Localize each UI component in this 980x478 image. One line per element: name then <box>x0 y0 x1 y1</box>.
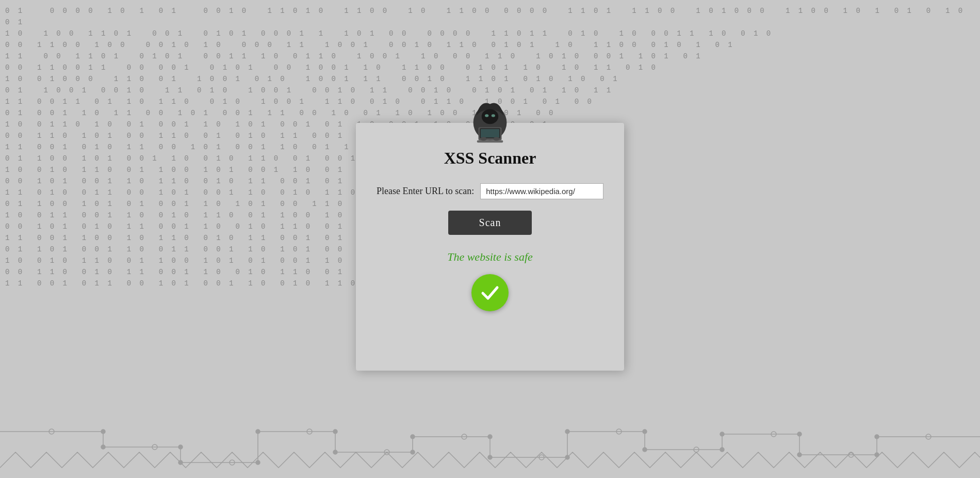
svg-point-52 <box>616 429 622 434</box>
svg-rect-64 <box>481 129 499 137</box>
svg-point-27 <box>256 460 260 465</box>
url-input[interactable] <box>480 183 603 199</box>
safe-message: The website is safe <box>447 250 533 264</box>
circuit-svg <box>0 416 980 478</box>
svg-point-28 <box>256 429 260 434</box>
checkmark-svg <box>480 282 500 303</box>
svg-point-37 <box>643 429 647 434</box>
svg-point-42 <box>797 453 802 457</box>
svg-point-29 <box>333 429 337 434</box>
scanner-card: XSS Scanner Please Enter URL to scan: Sc… <box>356 123 624 371</box>
svg-point-30 <box>333 450 337 454</box>
svg-point-39 <box>720 448 724 452</box>
svg-point-41 <box>797 432 802 436</box>
svg-point-55 <box>848 452 854 457</box>
svg-point-24 <box>101 445 105 449</box>
svg-point-50 <box>462 434 467 439</box>
svg-point-60 <box>492 114 495 117</box>
hacker-icon <box>467 97 513 144</box>
svg-point-47 <box>230 460 235 465</box>
svg-point-46 <box>152 444 157 450</box>
svg-point-53 <box>694 447 699 452</box>
svg-point-54 <box>771 432 776 437</box>
svg-point-44 <box>875 435 879 439</box>
svg-point-40 <box>720 432 724 436</box>
svg-point-23 <box>101 429 105 434</box>
svg-point-36 <box>565 429 569 434</box>
url-row: Please Enter URL to scan: <box>377 183 603 199</box>
svg-point-58 <box>482 109 498 124</box>
svg-point-26 <box>178 460 183 465</box>
svg-point-31 <box>411 450 415 454</box>
svg-point-45 <box>49 429 54 434</box>
svg-point-25 <box>178 445 183 449</box>
safe-checkmark-icon <box>471 274 509 311</box>
svg-point-49 <box>384 450 389 455</box>
svg-point-34 <box>488 455 492 459</box>
svg-point-32 <box>411 435 415 439</box>
svg-point-65 <box>480 137 487 140</box>
svg-point-51 <box>539 455 544 460</box>
svg-point-38 <box>643 448 647 452</box>
svg-point-48 <box>307 429 312 434</box>
svg-point-66 <box>493 137 500 140</box>
svg-point-59 <box>485 114 488 117</box>
svg-rect-63 <box>477 140 503 143</box>
circuit-board <box>0 416 980 478</box>
svg-point-43 <box>875 453 879 457</box>
svg-point-35 <box>565 455 569 459</box>
svg-point-56 <box>926 434 931 439</box>
scan-button[interactable]: Scan <box>448 211 532 235</box>
url-label: Please Enter URL to scan: <box>377 186 474 197</box>
svg-point-33 <box>488 435 492 439</box>
card-title: XSS Scanner <box>444 149 536 168</box>
